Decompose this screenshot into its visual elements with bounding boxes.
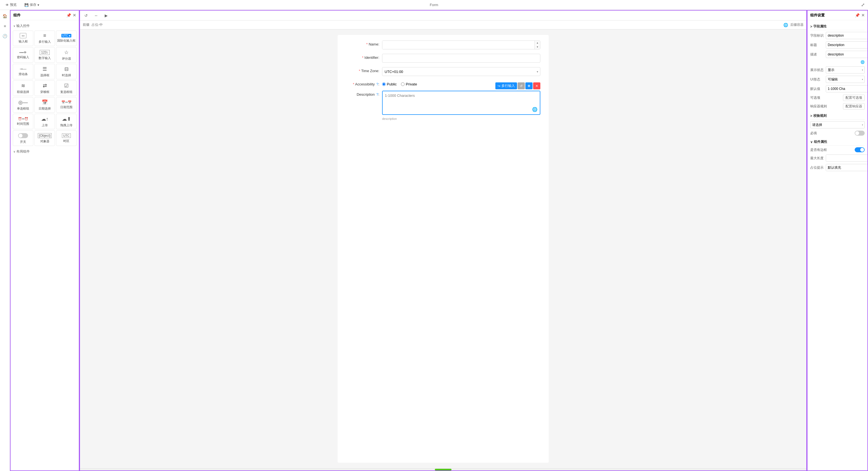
desc-settings-input[interactable] [826, 51, 867, 58]
save-button[interactable]: 💾 保存 ▾ [22, 1, 41, 8]
identifier-label: * Identifier: [346, 54, 379, 60]
transfer-component[interactable]: ⇄ 穿梭框 [34, 80, 55, 96]
cascade-component[interactable]: ≋ 联级选择 [13, 80, 33, 96]
field-id-input[interactable] [826, 32, 867, 39]
object-selector-component[interactable]: {Object} 对象器 [34, 130, 55, 146]
tool-btn-3[interactable]: ✥ [525, 82, 533, 89]
intl-icon: UTC ● [61, 34, 71, 37]
timeselect-component[interactable]: ⊟ 时选择 [56, 64, 76, 79]
timezone-select[interactable]: UTC+01:00 [382, 67, 540, 76]
transfer-icon: ⇄ [43, 83, 47, 89]
intl-input-component[interactable]: UTC ● 国际化输入框 [56, 31, 76, 46]
tool-btn-4[interactable]: ✕ [533, 82, 540, 89]
required-toggle[interactable] [855, 131, 865, 136]
date-range-label: 日期范围 [60, 105, 72, 109]
password-component[interactable]: ••••👁 密码输入 [13, 47, 33, 63]
name-input[interactable] [382, 41, 534, 49]
validation-select[interactable]: 请选择 [810, 121, 865, 128]
input-label: 输入框 [19, 39, 28, 43]
radio-group-label: 单选框组 [17, 106, 29, 111]
toggle-component[interactable]: 开关 [13, 130, 33, 146]
input-component[interactable]: ▭ 输入框 [13, 31, 33, 46]
required-toggle-knob [855, 131, 859, 135]
configure-options-button[interactable]: 配置可选项 [843, 95, 865, 101]
max-length-input[interactable] [826, 155, 867, 162]
name-down-arrow[interactable]: ▼ [535, 45, 540, 49]
top-bar-right: ⤢ [861, 2, 865, 7]
validation-wrapper: 请选择 ▾ [810, 121, 865, 128]
description-textarea[interactable] [383, 91, 540, 113]
multiline-component[interactable]: ≡ 多行输入 [34, 31, 55, 46]
title-input[interactable] [826, 42, 867, 48]
date-select-component[interactable]: 📅 日期选择 [34, 97, 55, 113]
form-canvas: * Name: ▲ ▼ [80, 29, 806, 468]
has-border-label: 是否有边框 [810, 147, 827, 152]
placeholder-input[interactable] [826, 164, 867, 171]
multiline-tool-button[interactable]: ↪ 多行输入 [495, 82, 517, 89]
private-radio[interactable]: Private [401, 82, 417, 86]
radio-group-component[interactable]: ◎— 单选框组 [13, 97, 33, 113]
top-bar-left: 👁 预览 💾 保存 ▾ [3, 1, 41, 8]
field-attributes-section[interactable]: > 字段属性 [810, 23, 865, 30]
private-radio-input[interactable] [401, 82, 405, 86]
name-input-wrapper: ▲ ▼ [382, 40, 540, 49]
layout-controls-section[interactable]: ∨ 布局组件 [13, 148, 76, 155]
redo-button[interactable]: ↔ [93, 12, 99, 19]
input-controls-label: 输入控件 [17, 24, 30, 28]
title-row: 标题 🌐 [810, 41, 865, 48]
public-radio-input[interactable] [382, 82, 386, 86]
undo-button[interactable]: ↺ [83, 12, 89, 19]
time-range-component[interactable]: ⏰⇔⏰ 时间范围 [13, 114, 33, 129]
pin-icon[interactable]: 📌 [66, 13, 71, 18]
number-component[interactable]: 123↕ 数字输入 [34, 47, 55, 63]
layers-icon[interactable]: ≡ [1, 22, 9, 30]
description-info-icon[interactable]: ? [376, 92, 378, 97]
accessibility-required-mark: * [353, 82, 355, 86]
settings-pin-icon[interactable]: 📌 [855, 13, 860, 18]
ui-form-select[interactable]: 可编辑 只读 [826, 76, 865, 83]
tool-btn-2[interactable]: ↺ [518, 82, 525, 89]
home-icon[interactable]: 🏠 [1, 12, 9, 20]
default-value-input[interactable] [826, 86, 867, 92]
configure-responder-button[interactable]: 配置响应器 [843, 103, 865, 109]
preview-button[interactable]: 👁 预览 [3, 1, 19, 8]
resize-handle[interactable] [435, 469, 452, 470]
upload-component[interactable]: ☁↑ 上传 [34, 114, 55, 129]
accessibility-info-icon[interactable]: ? [376, 82, 378, 86]
display-status-select[interactable]: 显示 隐藏 [826, 66, 865, 73]
public-radio[interactable]: Public [382, 82, 397, 86]
history-icon[interactable]: 🕐 [1, 32, 9, 40]
has-border-toggle[interactable] [855, 147, 865, 152]
rating-component[interactable]: ☆ 评分器 [56, 47, 76, 63]
validation-section[interactable]: > 校验规则 [810, 112, 865, 120]
description-field-row: Description ?: ↪ 多行输入 ↺ ✥ ✕ [346, 91, 540, 115]
expand-icon[interactable]: ⤢ [861, 2, 865, 7]
upload-icon: ☁↑ [41, 116, 49, 122]
play-button[interactable]: ▶ [103, 12, 110, 19]
select-component[interactable]: ☰ 选择框 [34, 64, 55, 79]
form-card: * Name: ▲ ▼ [338, 35, 549, 463]
canvas-bottom [80, 468, 806, 470]
input-controls-section[interactable]: ∨ 输入控件 [13, 23, 76, 29]
settings-close-icon[interactable]: ✕ [861, 13, 865, 18]
slider-component[interactable]: ⊸— 滑动条 [13, 64, 33, 79]
checkbox-group-component[interactable]: ☑ 复选框组 [56, 80, 76, 96]
multiline-icon: ≡ [43, 33, 46, 39]
timezone-component[interactable]: UTC 时区 [56, 130, 76, 146]
rating-label: 评分器 [62, 57, 71, 61]
globe-sub-icon[interactable]: 🌐 [783, 23, 788, 27]
private-label: Private [406, 82, 417, 86]
field-attributes-arrow: > [810, 25, 812, 29]
validation-row: 请选择 ▾ [810, 121, 865, 128]
identifier-input[interactable] [382, 54, 540, 63]
preview-label: 预览 [10, 2, 17, 7]
desc-globe-icon[interactable]: 🌐 [861, 60, 865, 64]
date-range-component[interactable]: 📅⇔📅 日期范围 [56, 97, 76, 113]
settings-panel-title: 组件设置 [810, 13, 825, 18]
drag-upload-component[interactable]: ☁⬆ 拖拽上传 [56, 114, 76, 129]
component-panel: 组件 📌 ✕ ∨ 输入控件 ▭ 输入框 ≡ 多行输入 [10, 10, 80, 471]
component-attributes-section[interactable]: ∨ 组件属性 [810, 138, 865, 146]
close-panel-icon[interactable]: ✕ [73, 13, 76, 18]
name-up-arrow[interactable]: ▲ [535, 41, 540, 45]
description-globe-icon[interactable]: 🌐 [532, 107, 537, 112]
